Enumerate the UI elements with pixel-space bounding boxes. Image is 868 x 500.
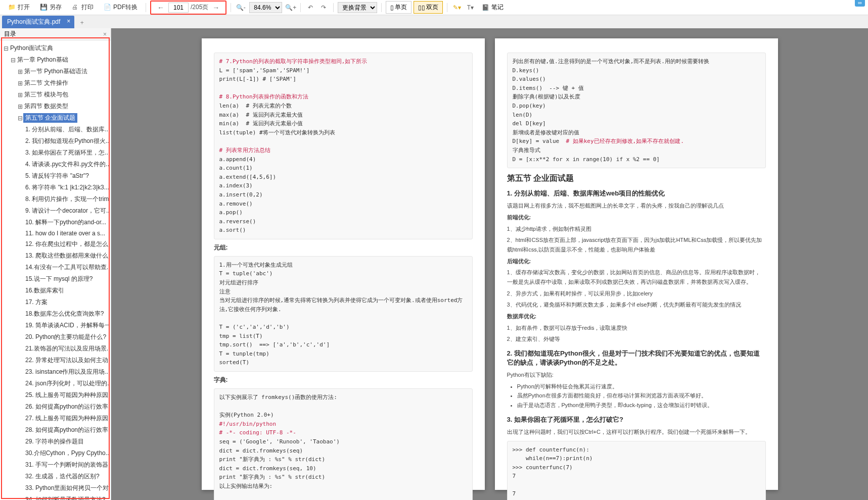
save-button[interactable]: 💾另存 [36, 2, 66, 13]
tree-leaf[interactable]: 32. 生成器，迭代器的区别? [1, 471, 110, 482]
text-tool-button[interactable]: T▾ [465, 2, 476, 13]
code-block: 1.用一个可迭代对象生成元组 T = tuple('abc') 对元组进行排序 … [214, 256, 473, 372]
tree-leaf[interactable]: 24. json序列化时，可以处理的... [1, 378, 110, 389]
page-navigation: ← /205页 → [150, 1, 226, 15]
tree-section[interactable]: ⊞第一节 Python基础语法 [1, 66, 110, 77]
rotate-left-button[interactable]: ↶ [305, 2, 316, 13]
tree-leaf[interactable]: 22. 异常处理写法以及如何主动... [1, 355, 110, 366]
single-page-button[interactable]: ▯单页 [386, 1, 412, 14]
sidebar-title: 目录 [4, 30, 16, 38]
tree-leaf[interactable]: 10. 解释一下python的and-or... [1, 217, 110, 228]
note-button[interactable]: 📓笔记 [478, 2, 508, 13]
folder-icon: 📁 [8, 4, 16, 12]
double-page-icon: ▯▯ [418, 4, 425, 11]
tree-leaf[interactable]: 23. isinstance作用以及应用场... [1, 366, 110, 378]
tree-section[interactable]: ⊞第三节 模块与包 [1, 89, 110, 101]
tree-leaf[interactable]: 15.说一下 mysql 的原理? [1, 273, 110, 285]
sidebar-close-button[interactable]: × [103, 31, 107, 38]
code-block: 列出所有的键,值.注意得到的是一个可迭代对象,而不是列表.用的时候需要转换 D.… [507, 53, 766, 168]
open-button[interactable]: 📁打开 [4, 2, 34, 13]
question-heading: 3. 如果你困在了死循环里，怎么打破它? [507, 415, 766, 424]
paragraph: 1、缓存存储读写次数高，变化少的数据，比如网站首页的信息、商品的信息等。应用程序… [507, 268, 766, 286]
tree-leaf[interactable]: 19. 简单谈谈ACID，并解释每一... [1, 320, 110, 331]
paragraph: 出现了这种问题时，我们可以按Ctrl+C，这样可以打断执行程序。我们创建一个死循… [507, 427, 766, 437]
tree-leaf[interactable]: 34. 如何判断是函数还是方法? [1, 494, 110, 500]
rotate-right-button[interactable]: ↷ [318, 2, 329, 13]
tree-leaf[interactable]: 14.有没有一个工具可以帮助查... [1, 262, 110, 273]
section-label: 元组: [214, 243, 473, 252]
tree-chapter[interactable]: ⊟第一章 Python基础 [1, 54, 110, 66]
tree-leaf[interactable]: 2. 我们都知道现在Python很火... [1, 135, 110, 147]
page-right: 列出所有的键,值.注意得到的是一个可迭代对象,而不是列表.用的时候需要转换 D.… [495, 38, 778, 490]
tree-leaf[interactable]: 6. 将字符串 "k:1 |k1:2|k2:3|k3... [1, 182, 110, 193]
tree-leaf[interactable]: 11. how do I iterate over a s... [1, 228, 110, 238]
note-icon: 📓 [482, 4, 489, 11]
zoom-select[interactable]: 84.6% [249, 2, 282, 13]
print-button[interactable]: 🖨打印 [68, 2, 98, 13]
tree-leaf[interactable]: 27. 线上服务可能因为种种原因... [1, 413, 110, 424]
pdf-convert-button[interactable]: 📄PDF转换 [100, 2, 142, 13]
zoom-in-button[interactable]: 🔍+ [285, 2, 296, 13]
tree-leaf[interactable]: 1. 分别从前端、后端、数据库... [1, 124, 110, 135]
tab-bar: Python面试宝典.pdf × + [0, 15, 868, 28]
document-viewport[interactable]: # 7.Python的列表的截取与字符串操作类型相同,如下所示 L = ['sp… [111, 28, 868, 500]
tab-label: Python面试宝典.pdf [7, 18, 60, 25]
tree-leaf[interactable]: 33. Python里面如何拷贝一个对... [1, 482, 110, 494]
next-page-button[interactable]: → [210, 4, 221, 12]
tree-leaf[interactable]: 31. 手写一个判断时间的装饰器... [1, 459, 110, 471]
section-label: 字典: [214, 376, 473, 384]
sub-heading: 前端优化: [507, 213, 766, 222]
page-left: # 7.Python的列表的截取与字符串操作类型相同,如下所示 L = ['sp… [202, 38, 485, 490]
tree-leaf[interactable]: 28. 如何提高python的运行效率... [1, 424, 110, 436]
sidebar-header: 目录 × [0, 28, 111, 40]
tree-leaf[interactable]: 25. 线上服务可能因为种种原因... [1, 389, 110, 401]
background-select[interactable]: 更换背景 [338, 2, 377, 13]
tree-leaf[interactable]: 4. 请谈谈.pyc文件和.py文件的... [1, 159, 110, 170]
tree-leaf[interactable]: 13. 爬取这些数据都用来做什么... [1, 250, 110, 262]
tree-leaf[interactable]: 17. 方案 [1, 296, 110, 308]
prev-page-button[interactable]: ← [155, 4, 166, 12]
paragraph: 2、html和CSS放在页面上部，javascript放在页面下面，因为js加载… [507, 235, 766, 254]
document-tab[interactable]: Python面试宝典.pdf × [2, 16, 74, 28]
bullet-list: Python的可解释特征会拖累其运行速度。 虽然Python在很多方面都性能良好… [517, 382, 766, 410]
tree-leaf[interactable]: 18.数据库怎么优化查询效率? [1, 308, 110, 320]
main-toolbar: 📁打开 💾另存 🖨打印 📄PDF转换 ← /205页 → 🔍- 84.6% 🔍+… [0, 0, 868, 15]
paragraph: 1、如有条件，数据可以存放于redis，读取速度快 [507, 323, 766, 333]
tree-leaf[interactable]: 21.装饰器的写法以及应用场景... [1, 343, 110, 355]
tree-section[interactable]: ⊞第四节 数据类型 [1, 101, 110, 112]
outline-tree[interactable]: ⊟Python面试宝典 ⊟第一章 Python基础 ⊞第一节 Python基础语… [0, 40, 111, 500]
double-page-button[interactable]: ▯▯双页 [414, 1, 443, 14]
section-heading: 第五节 企业面试题 [507, 173, 766, 184]
sub-heading: 数据库优化: [507, 312, 766, 321]
pdf-icon: 📄 [104, 4, 112, 12]
tab-add-button[interactable]: + [76, 17, 87, 28]
tree-leaf[interactable]: 12. 你在爬虫过程中，都是怎么... [1, 238, 110, 250]
code-block: # 7.Python的列表的截取与字符串操作类型相同,如下所示 L = ['sp… [214, 53, 473, 239]
tree-section[interactable]: ⊞第二节 文件操作 [1, 77, 110, 89]
single-page-icon: ▯ [390, 4, 394, 11]
outline-sidebar: 目录 × ⊟Python面试宝典 ⊟第一章 Python基础 ⊞第一节 Pyth… [0, 28, 111, 500]
paragraph: 2、异步方式，如果有耗时操作，可以采用异步，比如celery [507, 289, 766, 298]
paragraph: 该题目网上有很多方法，我不想截图网上的长串文字，看的头疼，按我自己的理解说几点 [507, 201, 766, 211]
page-input[interactable] [168, 3, 189, 13]
paragraph: 1、减少http请求，例如制作精灵图 [507, 224, 766, 234]
tree-leaf[interactable]: 26. 如何提高python的运行效率... [1, 401, 110, 413]
tree-section-selected[interactable]: ⊟第五节 企业面试题 [1, 112, 110, 124]
zoom-out-button[interactable]: 🔍- [235, 2, 246, 13]
sub-heading: 后端优化: [507, 257, 766, 266]
tree-leaf[interactable]: 5. 请反转字符串 "aStr"? [1, 170, 110, 182]
tree-root[interactable]: ⊟Python面试宝典 [1, 42, 110, 54]
paragraph: Python有以下缺陷: [507, 370, 766, 380]
tab-close-button[interactable]: × [67, 18, 70, 25]
cloud-sync-icon[interactable]: ∞ [855, 0, 865, 6]
tree-leaf[interactable]: 20. Python的主要功能是什么? [1, 331, 110, 343]
tree-leaf[interactable]: 29. 字符串的操作题目 [1, 436, 110, 447]
paragraph: 2、建立索引、外键等 [507, 334, 766, 344]
tree-leaf[interactable]: 8. 利用切片操作，实现一个trim... [1, 193, 110, 205]
tree-leaf[interactable]: 3. 如果你困在了死循环里，怎... [1, 147, 110, 159]
tree-leaf[interactable]: 16.数据库索引 [1, 285, 110, 296]
tree-leaf[interactable]: 30.介绍Cython，Pypy Cpytho... [1, 447, 110, 459]
highlight-button[interactable]: ✎▾ [451, 2, 463, 13]
paragraph: 3、代码优化，避免循环和判断次数太多，如果多个if else判断，优先判断最有可… [507, 300, 766, 310]
tree-leaf[interactable]: 9. 请设计一个decorator，它可... [1, 205, 110, 217]
